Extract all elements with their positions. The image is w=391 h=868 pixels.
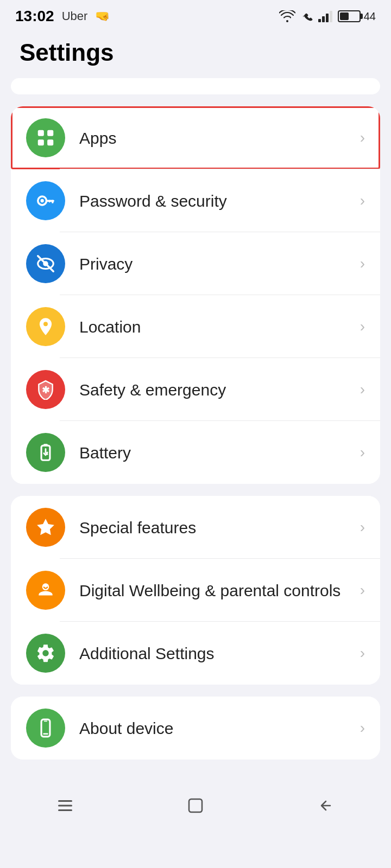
status-icons: 44 — [279, 10, 376, 23]
svg-rect-11 — [52, 200, 53, 203]
settings-item-additional-settings[interactable]: Additional Settings › — [11, 622, 380, 685]
safety-emergency-label: Safety & emergency — [79, 379, 354, 400]
password-security-icon-circle — [26, 181, 65, 220]
status-app-name: Uber — [62, 9, 88, 23]
svg-rect-22 — [43, 733, 48, 735]
additional-settings-label: Additional Settings — [79, 643, 354, 664]
svg-rect-0 — [318, 19, 321, 22]
nav-home-button[interactable] — [179, 792, 212, 819]
features-settings-card: Special features › Digital Wellbeing & p… — [11, 496, 380, 685]
svg-rect-12 — [49, 200, 51, 202]
about-device-label: About device — [79, 718, 354, 739]
svg-rect-24 — [58, 800, 72, 802]
svg-point-16 — [43, 322, 48, 326]
svg-point-9 — [41, 199, 44, 202]
settings-item-password-security[interactable]: Password & security › — [11, 169, 380, 232]
settings-item-digital-wellbeing[interactable]: Digital Wellbeing & parental controls › — [11, 559, 380, 622]
location-label: Location — [79, 316, 354, 337]
apps-chevron: › — [360, 129, 365, 146]
about-device-icon-circle — [26, 709, 65, 748]
wifi-icon — [279, 10, 295, 22]
apps-label: Apps — [79, 127, 354, 149]
wellbeing-icon — [35, 580, 56, 601]
settings-item-special-features[interactable]: Special features › — [11, 496, 380, 559]
password-security-label: Password & security — [79, 190, 354, 212]
special-features-chevron: › — [360, 519, 365, 536]
safety-emergency-chevron: › — [360, 381, 365, 398]
status-bar: 13:02 Uber 🤜 44 — [0, 0, 391, 29]
svg-rect-19 — [43, 444, 48, 446]
svg-rect-2 — [326, 14, 329, 22]
status-time: 13:02 — [15, 8, 54, 25]
page-title: Settings — [0, 29, 391, 78]
phone-icon — [35, 718, 56, 738]
svg-rect-23 — [44, 721, 47, 722]
additional-settings-icon-circle — [26, 634, 65, 673]
location-icon — [35, 316, 56, 337]
nav-menu-button[interactable] — [49, 792, 81, 819]
location-icon-circle — [26, 307, 65, 346]
uber-emoji: 🤜 — [95, 9, 110, 23]
svg-rect-7 — [47, 139, 53, 145]
hamburger-icon — [56, 798, 74, 813]
apps-icon — [35, 127, 56, 148]
special-features-icon-circle — [26, 508, 65, 547]
settings-item-battery[interactable]: Battery › — [11, 421, 380, 484]
nav-bar — [0, 781, 391, 834]
digital-wellbeing-label: Digital Wellbeing & parental controls — [79, 580, 354, 601]
settings-item-privacy[interactable]: Privacy › — [11, 232, 380, 295]
settings-item-about-device[interactable]: About device › — [11, 697, 380, 760]
svg-rect-6 — [38, 139, 44, 145]
svg-rect-3 — [330, 11, 332, 22]
battery-icon-circle — [26, 433, 65, 472]
digital-wellbeing-icon-circle — [26, 571, 65, 610]
back-icon — [317, 797, 335, 814]
settings-item-location[interactable]: Location › — [11, 295, 380, 358]
special-features-label: Special features — [79, 517, 354, 538]
digital-wellbeing-chevron: › — [360, 582, 365, 599]
settings-item-safety-emergency[interactable]: ✱ Safety & emergency › — [11, 358, 380, 421]
svg-rect-1 — [322, 16, 325, 22]
apps-icon-circle — [26, 118, 65, 157]
square-icon — [187, 797, 204, 814]
password-security-chevron: › — [360, 192, 365, 209]
svg-rect-5 — [47, 130, 53, 136]
signal-bars-icon — [318, 10, 333, 22]
privacy-icon — [35, 253, 56, 274]
nav-back-button[interactable] — [310, 792, 342, 819]
battery-label: Battery — [79, 442, 354, 463]
svg-rect-25 — [58, 805, 72, 807]
additional-settings-chevron: › — [360, 644, 365, 662]
settings-gear-icon — [35, 643, 56, 663]
privacy-label: Privacy — [79, 253, 354, 275]
settings-item-apps[interactable]: Apps › — [11, 106, 380, 169]
battery-settings-icon — [35, 442, 56, 463]
battery-chevron: › — [360, 444, 365, 461]
safety-icon: ✱ — [35, 379, 56, 400]
location-chevron: › — [360, 318, 365, 335]
privacy-icon-circle — [26, 244, 65, 283]
svg-rect-27 — [189, 799, 202, 812]
svg-text:✱: ✱ — [42, 385, 49, 395]
privacy-chevron: › — [360, 255, 365, 272]
main-settings-card: Apps › Password & security › Privacy › — [11, 106, 380, 484]
phone-signal-icon — [300, 10, 314, 23]
svg-rect-26 — [58, 809, 72, 811]
safety-icon-circle: ✱ — [26, 370, 65, 409]
previous-card-stub — [11, 78, 380, 94]
svg-point-20 — [42, 583, 49, 590]
about-device-chevron: › — [360, 719, 365, 737]
battery-level: 44 — [364, 10, 376, 23]
star-icon — [35, 517, 56, 538]
about-device-card: About device › — [11, 697, 380, 760]
key-icon — [35, 190, 56, 211]
battery-indicator: 44 — [338, 10, 376, 23]
svg-rect-4 — [38, 130, 44, 136]
